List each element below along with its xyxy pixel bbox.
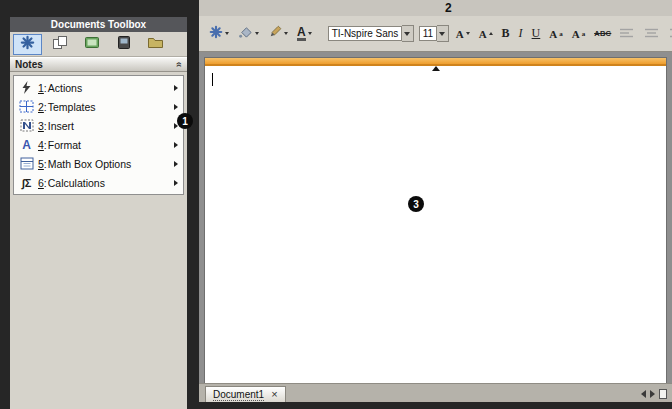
subscript-button[interactable]: Aa: [570, 24, 587, 44]
font-family-dropdown-button[interactable]: [402, 25, 414, 42]
toolbox-tab-strip: [10, 32, 187, 57]
format-a-icon: A: [17, 138, 36, 152]
font-size-dropdown-button[interactable]: [437, 25, 449, 42]
green-device-icon: [84, 35, 100, 54]
dropdown-arrow-icon: [439, 32, 445, 36]
font-size-select[interactable]: 11: [419, 25, 449, 42]
menu-item-templates[interactable]: 2:Templates: [14, 97, 183, 116]
menu-item-insert[interactable]: 3:Insert: [14, 116, 183, 135]
fill-color-button[interactable]: [236, 24, 261, 44]
menu-item-format[interactable]: A 4:Format: [14, 135, 183, 154]
text-color-button[interactable]: A: [295, 24, 314, 44]
dropdown-arrow-icon: [308, 32, 312, 35]
align-left-button[interactable]: [618, 24, 635, 44]
dark-device-icon: [116, 35, 132, 54]
align-left-icon: [620, 28, 633, 39]
collapse-chevron-icon[interactable]: »: [176, 59, 182, 70]
decrease-font-size-button[interactable]: A: [454, 24, 472, 44]
menu-item-actions[interactable]: 1:Actions: [14, 78, 183, 97]
document-tools-button[interactable]: [207, 24, 231, 44]
main-area: 2 A: [199, 0, 672, 409]
submenu-arrow-icon: [174, 104, 178, 110]
increase-font-size-button[interactable]: A: [477, 24, 495, 44]
page-sorter-icon[interactable]: [659, 389, 667, 399]
document-tab-label: Document1: [213, 389, 264, 401]
formatting-toolbar: A TI-Nspire Sans 11 A A B I U: [199, 16, 672, 52]
math-box-icon: [17, 157, 36, 170]
align-center-icon: [645, 28, 658, 39]
notes-menu: 1:Actions 2:Templates 3:Insert A 4:Forma…: [13, 75, 184, 195]
tinspire-window: Documents Toolbox: [0, 0, 672, 409]
dropdown-arrow-icon: [284, 32, 288, 35]
font-size-value: 11: [419, 26, 437, 41]
document-workspace: [199, 52, 672, 383]
document-tools-tab[interactable]: [13, 34, 42, 55]
utilities-tab[interactable]: [141, 34, 170, 55]
menu-item-math-box-options[interactable]: 5:Math Box Options: [14, 154, 183, 173]
pencil-icon: [268, 25, 282, 43]
increase-arrow-icon: [489, 32, 493, 35]
menu-item-calculations[interactable]: ∫Σ 6:Calculations: [14, 173, 183, 192]
paint-bucket-icon: [238, 25, 253, 43]
italic-button[interactable]: I: [517, 24, 525, 44]
submenu-arrow-icon: [174, 85, 178, 91]
insert-shape-icon: [17, 119, 36, 132]
tools-asterisk-icon: [209, 25, 223, 43]
font-family-select[interactable]: TI-Nspire Sans: [328, 25, 414, 42]
submenu-arrow-icon: [174, 180, 178, 186]
disabled-toolbar-group: [618, 24, 672, 44]
underline-button[interactable]: U: [530, 24, 543, 44]
align-center-button[interactable]: [643, 24, 660, 44]
notes-section-header[interactable]: Notes »: [10, 57, 187, 72]
submenu-arrow-icon: [174, 161, 178, 167]
pages-icon: [52, 35, 68, 54]
document-tab[interactable]: Document1 ×: [205, 386, 286, 402]
page-sorter-tab[interactable]: [45, 34, 74, 55]
dropdown-arrow-icon: [404, 32, 410, 36]
top-strip: 2: [199, 0, 672, 16]
document-page[interactable]: [204, 57, 667, 383]
folder-icon: [147, 35, 164, 53]
toolbox-title: Documents Toolbox: [10, 17, 187, 32]
documents-toolbox-panel: Documents Toolbox: [10, 17, 187, 409]
dropdown-arrow-icon: [225, 32, 229, 35]
bold-button[interactable]: B: [500, 24, 512, 44]
smartview-tab[interactable]: [77, 34, 106, 55]
text-cursor: [212, 73, 213, 86]
align-right-button[interactable]: [668, 24, 672, 44]
close-tab-button[interactable]: ×: [271, 389, 277, 400]
toolbar-collapse-arrow[interactable]: [432, 49, 440, 67]
templates-grid-icon: [17, 100, 36, 113]
integral-sigma-icon: ∫Σ: [17, 177, 36, 189]
decrease-arrow-icon: [466, 32, 470, 35]
callout-3: 3: [408, 196, 424, 212]
line-color-button[interactable]: [266, 24, 290, 44]
font-family-value: TI-Nspire Sans: [328, 26, 402, 41]
strikethrough-button[interactable]: ABC: [592, 24, 613, 44]
content-explorer-tab[interactable]: [109, 34, 138, 55]
callout-1: 1: [177, 113, 193, 129]
dropdown-arrow-icon: [255, 32, 259, 35]
lightning-bolt-icon: [17, 81, 36, 94]
tools-asterisk-icon: [20, 35, 35, 54]
document-tab-bar: Document1 ×: [199, 383, 672, 402]
up-arrow-icon: [432, 49, 440, 71]
previous-page-arrow[interactable]: [641, 390, 646, 398]
next-page-arrow[interactable]: [650, 390, 655, 398]
text-color-a-icon: A: [297, 26, 306, 42]
callout-2: 2: [445, 1, 452, 15]
tab-navigation: [641, 389, 672, 402]
superscript-button[interactable]: Aa: [547, 24, 564, 44]
submenu-arrow-icon: [174, 142, 178, 148]
notes-title: Notes: [15, 59, 43, 70]
